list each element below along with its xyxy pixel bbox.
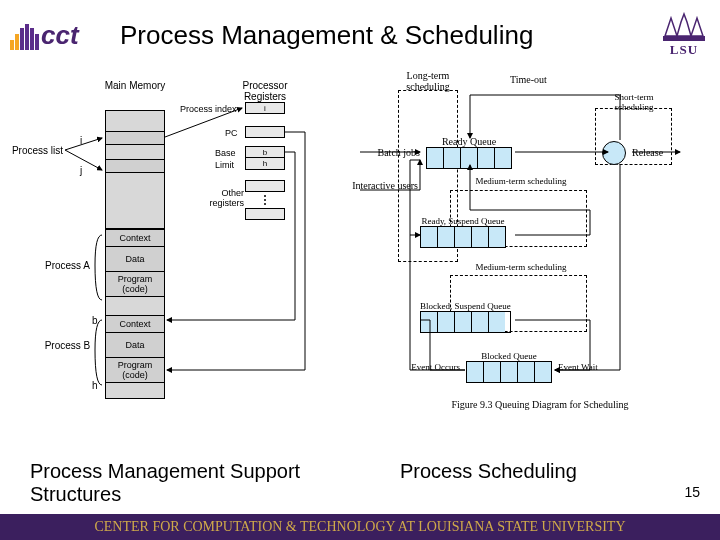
limit-label: Limit <box>215 160 234 170</box>
other-registers-label: Other registers <box>200 188 244 208</box>
proc-b-program: Program (code) <box>105 358 165 383</box>
mem-slot-j <box>105 159 165 173</box>
interactive-users-label: Interactive users <box>350 180 418 191</box>
reg-base: b <box>245 146 285 158</box>
timeout-label: Time-out <box>510 74 547 85</box>
proc-a-context: Context <box>105 229 165 247</box>
medium-term-label-1: Medium-term scheduling <box>466 176 576 186</box>
memory-column: Context Data Program (code) Context Data… <box>105 110 165 399</box>
process-mgmt-diagram: Main Memory Processor Registers Process … <box>10 80 330 460</box>
cct-logo: cct <box>10 15 110 55</box>
release-label: Release <box>626 147 720 158</box>
blocked-suspend-row: Blocked, Suspend Queue <box>420 301 511 333</box>
reg-limit: h <box>245 158 285 170</box>
short-term-label: Short-term scheduling <box>598 92 670 112</box>
mem-slot-i <box>105 131 165 145</box>
ready-queue-row: Batch jobs Ready Queue Release <box>350 136 720 169</box>
long-term-label: Long-term scheduling <box>392 70 464 92</box>
proc-b-data: Data <box>105 333 165 358</box>
ready-queue <box>426 147 512 169</box>
process-index-label: Process index <box>180 104 237 114</box>
event-wait-label: Event Wait <box>552 362 653 372</box>
medium-term-label-2: Medium-term scheduling <box>466 262 576 272</box>
content-area: Main Memory Processor Registers Process … <box>0 70 720 460</box>
ready-queue-label: Ready Queue <box>426 136 512 147</box>
page-title: Process Management & Scheduling <box>120 20 658 51</box>
svg-point-1 <box>264 195 266 197</box>
ready-suspend-label: Ready, Suspend Queue <box>420 216 506 226</box>
ready-suspend-row: Ready, Suspend Queue <box>420 216 506 248</box>
proc-b-context: Context <box>105 315 165 333</box>
process-b-label: Process B <box>40 340 95 351</box>
blocked-suspend-queue <box>420 311 511 333</box>
processor-registers-label: Processor Registers <box>220 80 310 102</box>
svg-point-2 <box>264 199 266 201</box>
blocked-suspend-label: Blocked, Suspend Queue <box>420 301 511 311</box>
footer-bar: CENTER FOR COMPUTATION & TECHNOLOGY AT L… <box>0 514 720 540</box>
caption-row: Process Management Support Structures Pr… <box>0 460 720 506</box>
slide-header: cct Process Management & Scheduling LSU <box>0 0 720 70</box>
event-occurs-label: Event Occurs <box>400 362 466 372</box>
label-h: h <box>92 380 98 391</box>
blocked-queue-label: Blocked Queue <box>466 351 552 361</box>
proc-a-data: Data <box>105 247 165 272</box>
reg-other-2 <box>245 208 285 220</box>
base-label: Base <box>215 148 236 158</box>
cpu-node <box>602 141 626 165</box>
pc-label: PC <box>225 128 238 138</box>
reg-process-index: i <box>245 102 285 114</box>
label-i: i <box>80 135 82 146</box>
reg-other-1 <box>245 180 285 192</box>
right-caption: Process Scheduling <box>360 460 690 506</box>
svg-point-3 <box>264 203 266 205</box>
process-a-label: Process A <box>40 260 95 271</box>
lsu-logo: LSU <box>658 11 710 59</box>
lsu-text: LSU <box>670 42 698 58</box>
cct-text: cct <box>41 20 79 51</box>
batch-jobs-label: Batch jobs <box>350 147 426 158</box>
figure-caption: Figure 9.3 Queuing Diagram for Schedulin… <box>350 399 720 410</box>
blocked-queue-row: Event Occurs Blocked Queue Event Wait <box>400 351 653 383</box>
page-number: 15 <box>684 484 700 500</box>
process-list-label: Process list <box>10 145 65 156</box>
ready-suspend-queue <box>420 226 506 248</box>
proc-a-program: Program (code) <box>105 272 165 297</box>
left-caption: Process Management Support Structures <box>30 460 320 506</box>
main-memory-label: Main Memory <box>95 80 175 91</box>
blocked-queue <box>466 361 552 383</box>
label-j: j <box>80 165 82 176</box>
reg-pc <box>245 126 285 138</box>
label-b: b <box>92 315 98 326</box>
scheduling-diagram: Long-term scheduling Time-out Short-term… <box>350 80 720 460</box>
